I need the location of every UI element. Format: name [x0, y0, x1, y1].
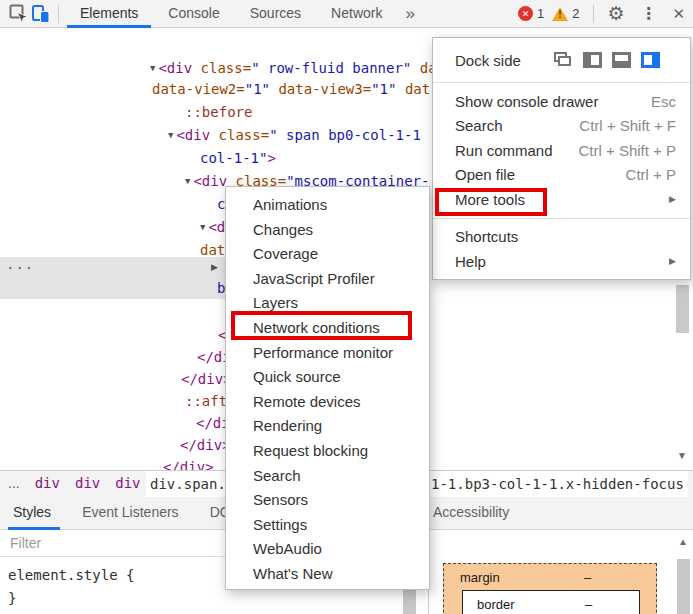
code-segment: <div — [158, 60, 192, 76]
dock-side-label: Dock side — [455, 52, 521, 69]
breadcrumb-crumb[interactable]: div — [75, 475, 100, 491]
code-segment: ::before — [185, 104, 252, 120]
menu-item-more-tools[interactable]: More tools▶ — [433, 187, 690, 212]
dom-tree-line[interactable]: ::before — [185, 102, 252, 122]
menu-item-open-file[interactable]: Open fileCtrl + P — [433, 163, 690, 188]
code-segment: class= — [210, 127, 269, 143]
menu-item-label: More tools — [455, 191, 525, 208]
tab-accessibility[interactable]: Accessibility — [433, 497, 509, 530]
dom-tree-line[interactable]: </div> — [181, 369, 232, 389]
dom-tree-line[interactable]: </div> — [180, 435, 231, 455]
menu-item-search[interactable]: SearchCtrl + Shift + F — [433, 114, 690, 139]
border-value[interactable]: – — [585, 597, 592, 612]
menu-item-help[interactable]: Help▶ — [433, 249, 690, 274]
submenu-item-sensors[interactable]: Sensors — [226, 488, 429, 513]
menu-item-label: Run command — [455, 142, 553, 159]
dom-tree-line[interactable]: data-view2="1" data-view3="1" dat — [152, 79, 430, 99]
scroll-up-icon[interactable]: ▲ — [678, 536, 688, 547]
scrollbar-thumb[interactable] — [677, 559, 690, 614]
submenu-item-search[interactable]: Search — [226, 464, 429, 489]
undock-icon[interactable] — [554, 52, 573, 68]
toolbar-separator — [58, 5, 59, 23]
tab-styles[interactable]: Styles — [13, 497, 51, 530]
device-toolbar-icon[interactable] — [30, 3, 52, 25]
code-segment: </div> — [181, 371, 232, 387]
submenu-item-quick-source[interactable]: Quick source — [226, 365, 429, 390]
breadcrumb-crumb[interactable]: div — [115, 475, 140, 491]
dom-tree-line[interactable]: ▼<div class=" span bp0-col-1-1 — [168, 125, 421, 145]
submenu-item-rendering[interactable]: Rendering — [226, 414, 429, 439]
dock-side-row: Dock side — [433, 38, 690, 82]
kebab-menu-icon[interactable]: ⋮ — [640, 4, 656, 23]
code-segment: " row-fluid banner" — [251, 60, 411, 76]
submenu-item-what-s-new[interactable]: What's New — [226, 562, 429, 587]
menu-item-shortcut: Esc — [651, 93, 676, 110]
tab-console[interactable]: Console — [153, 0, 234, 28]
menu-item-shortcuts[interactable]: Shortcuts — [433, 225, 690, 250]
menu-item-label: Help — [455, 253, 486, 270]
dom-tree-line[interactable]: dat — [200, 240, 225, 260]
breadcrumb-crumb[interactable]: div — [35, 475, 60, 491]
warning-badge[interactable]: ! 2 — [552, 6, 579, 21]
menu-item-show-console-drawer[interactable]: Show console drawerEsc — [433, 89, 690, 114]
submenu-item-webaudio[interactable]: WebAudio — [226, 537, 429, 562]
element-style-rule-close[interactable]: } — [8, 587, 134, 610]
box-model-margin[interactable]: margin – border – — [443, 563, 657, 614]
more-tabs-icon[interactable]: » — [397, 4, 422, 24]
dom-tree-line[interactable]: ▼<div class=" row-fluid banner" da — [150, 58, 437, 78]
tab-network[interactable]: Network — [316, 0, 397, 28]
overflow-dots-icon[interactable]: ... — [6, 256, 34, 272]
submenu-item-javascript-profiler[interactable]: JavaScript Profiler — [226, 267, 429, 292]
submenu-item-network-conditions[interactable]: Network conditions — [226, 316, 429, 341]
warning-icon: ! — [552, 7, 568, 21]
expand-arrow-icon: ▼ — [200, 222, 205, 232]
code-segment: "1" — [245, 81, 270, 97]
code-segment: dat — [200, 242, 225, 258]
submenu-item-animations[interactable]: Animations — [226, 193, 429, 218]
submenu-item-changes[interactable]: Changes — [226, 218, 429, 243]
settings-gear-icon[interactable]: ⚙ — [607, 4, 624, 23]
submenu-item-settings[interactable]: Settings — [226, 513, 429, 538]
tab-elements[interactable]: Elements — [65, 0, 153, 28]
close-devtools-icon[interactable]: ✕ — [672, 5, 685, 23]
collapsed-arrow-icon[interactable]: ▶ — [211, 262, 218, 272]
tab-event-listeners[interactable]: Event Listeners — [82, 497, 179, 530]
dock-bottom-icon[interactable] — [612, 52, 631, 68]
breadcrumb-overflow-icon[interactable]: ... — [8, 475, 20, 491]
box-model-border[interactable]: border – — [462, 590, 640, 614]
devtools-toolbar: ElementsConsoleSourcesNetwork » ✕ 1 ! 2 … — [0, 0, 693, 28]
code-segment: class= — [192, 60, 251, 76]
dock-left-icon[interactable] — [583, 52, 602, 68]
computed-pane-scrollbar[interactable]: ▲ — [676, 536, 691, 614]
panel-tabs: ElementsConsoleSourcesNetwork — [65, 0, 397, 28]
error-badge[interactable]: ✕ 1 — [518, 6, 544, 21]
inspect-element-icon[interactable] — [8, 3, 30, 25]
menu-item-label: Shortcuts — [455, 228, 518, 245]
computed-pane: margin – border – ▲ — [428, 530, 693, 614]
selected-dom-row[interactable]: ... ▶ b — [0, 257, 227, 299]
breadcrumb-selected-right[interactable]: 1-1.bp3-col-1-1.x-hidden-focus — [427, 471, 688, 497]
submenu-item-remote-devices[interactable]: Remote devices — [226, 390, 429, 415]
style-rules[interactable]: element.style { } — [8, 564, 134, 610]
margin-value[interactable]: – — [584, 570, 591, 585]
menu-item-label: Show console drawer — [455, 93, 598, 110]
styles-scrollbar-thumb[interactable] — [403, 587, 416, 614]
scroll-down-icon[interactable]: ▼ — [677, 450, 687, 461]
expand-arrow-icon: ▼ — [185, 176, 190, 186]
scrollbar-thumb[interactable] — [676, 285, 689, 333]
warning-count: 2 — [572, 6, 579, 21]
submenu-item-request-blocking[interactable]: Request blocking — [226, 439, 429, 464]
code-segment: > — [267, 150, 275, 166]
submenu-item-coverage[interactable]: Coverage — [226, 242, 429, 267]
element-style-rule-open[interactable]: element.style { — [8, 564, 134, 587]
devtools-main-menu: Dock side Show console drawerEscSearchCt… — [432, 37, 691, 280]
dock-right-icon[interactable] — [641, 52, 660, 68]
expand-arrow-icon: ▼ — [168, 130, 173, 140]
expand-arrow-icon: ▼ — [150, 63, 155, 73]
submenu-item-layers[interactable]: Layers — [226, 291, 429, 316]
menu-item-run-command[interactable]: Run commandCtrl + Shift + P — [433, 138, 690, 163]
border-label: border — [477, 597, 515, 612]
tab-sources[interactable]: Sources — [235, 0, 316, 28]
submenu-item-performance-monitor[interactable]: Performance monitor — [226, 341, 429, 366]
dom-tree-line[interactable]: col-1-1"> — [200, 148, 276, 168]
